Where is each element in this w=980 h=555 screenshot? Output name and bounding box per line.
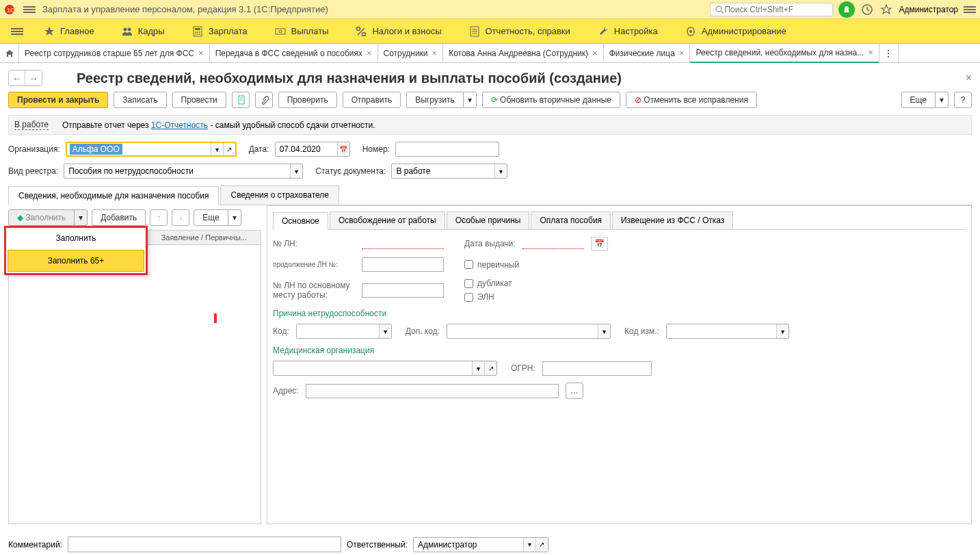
address-input[interactable] <box>306 384 559 398</box>
tab-overflow[interactable]: ⋮ <box>879 44 899 63</box>
save-button[interactable]: Записать <box>114 92 166 108</box>
tab-close[interactable]: × <box>198 48 204 58</box>
rtab-2[interactable]: Особые причины <box>447 211 530 229</box>
fill-65-option[interactable]: Заполнить 65+ <box>8 250 144 272</box>
export-dropdown[interactable]: ▾ <box>464 92 477 108</box>
section-menu[interactable] <box>11 28 23 35</box>
move-up-button[interactable]: ↑ <box>150 209 168 226</box>
status-link[interactable]: В работе <box>14 120 49 130</box>
eln-checkbox[interactable] <box>464 293 473 302</box>
org-label: Организация: <box>8 144 60 154</box>
primary-checkbox[interactable] <box>464 260 473 269</box>
favorite-icon[interactable] <box>879 3 893 16</box>
left-more-dropdown[interactable]: ▾ <box>228 209 241 226</box>
comment-input[interactable] <box>68 537 341 552</box>
dropdown-icon[interactable]: ▾ <box>494 164 507 178</box>
close-page[interactable]: × <box>966 72 972 84</box>
codechange-combo[interactable]: ▾ <box>666 324 789 339</box>
regtype-combo[interactable]: ▾ <box>64 164 303 179</box>
tab-close[interactable]: × <box>432 48 438 58</box>
tab-close[interactable]: × <box>868 47 873 57</box>
reporting-link[interactable]: 1С-Отчетность <box>151 120 208 130</box>
add-button[interactable]: Добавить <box>92 209 146 226</box>
more-dropdown[interactable]: ▾ <box>936 92 949 108</box>
menu-nalogi[interactable]: Налоги и взносы <box>342 19 455 44</box>
menu-zarplata[interactable]: Зарплата <box>178 19 261 44</box>
calendar-icon[interactable]: 📅 <box>337 142 349 156</box>
rtab-4[interactable]: Извещение из ФСС / Отказ <box>612 211 733 229</box>
org-combo[interactable]: Альфа ООО ▾ ↗ <box>66 142 237 157</box>
tab-0[interactable]: Реестр сотрудников старше 65 лет для ФСС… <box>19 44 210 63</box>
global-search[interactable] <box>710 3 833 16</box>
tab-5[interactable]: Реестр сведений, необходимых для назна..… <box>690 44 879 63</box>
notifications-icon[interactable] <box>838 1 855 18</box>
regtype-label: Вид реестра: <box>8 166 58 176</box>
cancel-fix-button[interactable]: ⊘ Отменить все исправления <box>626 92 757 108</box>
duplicate-label: дубликат <box>477 279 512 288</box>
rtab-3[interactable]: Оплата пособия <box>531 211 611 229</box>
move-down-button[interactable]: ↓ <box>172 209 189 226</box>
menu-kadry[interactable]: Кадры <box>108 19 178 44</box>
calendar-icon[interactable]: 📅 <box>591 237 608 250</box>
menu-admin[interactable]: Администрирование <box>672 19 800 44</box>
fill-option[interactable]: Заполнить <box>6 228 146 248</box>
star-icon <box>44 26 55 37</box>
attach-button[interactable] <box>255 92 273 108</box>
send-button[interactable]: Отправить <box>343 92 401 108</box>
check-button[interactable]: Проверить <box>278 92 337 108</box>
duplicate-checkbox[interactable] <box>464 279 473 288</box>
home-tab[interactable] <box>0 44 19 63</box>
address-more[interactable]: … <box>566 383 583 399</box>
refresh-button[interactable]: ⟳ Обновить вторичные данные <box>482 92 620 108</box>
help-button[interactable]: ? <box>954 92 972 108</box>
hamburger-menu[interactable] <box>23 6 36 13</box>
ln-input[interactable] <box>362 238 444 249</box>
user-name[interactable]: Администратор <box>899 5 958 14</box>
tab-close[interactable]: × <box>679 48 685 58</box>
mainplace-label: № ЛН по основному месту работы: <box>273 281 355 300</box>
tab-close[interactable]: × <box>367 48 372 58</box>
doc-icon-button[interactable] <box>232 92 250 108</box>
export-button[interactable]: Выгрузить <box>406 92 464 108</box>
docstatus-combo[interactable]: ▾ <box>391 164 507 179</box>
search-input[interactable] <box>724 5 827 14</box>
mainplace-input[interactable] <box>362 283 444 298</box>
svg-point-18 <box>362 32 366 36</box>
med-combo[interactable]: ▾↗ <box>273 361 497 376</box>
right-menu[interactable] <box>964 6 976 13</box>
history-icon[interactable] <box>860 3 874 16</box>
forward-button[interactable]: → <box>25 70 42 86</box>
responsible-combo[interactable]: ▾ ↗ <box>413 537 548 552</box>
dropdown-icon[interactable]: ▾ <box>211 143 223 155</box>
post-close-button[interactable]: Провести и закрыть <box>8 92 108 108</box>
rtab-1[interactable]: Освобождение от работы <box>330 211 445 229</box>
open-icon[interactable]: ↗ <box>223 143 235 155</box>
issue-date-input[interactable] <box>522 238 584 249</box>
back-button[interactable]: ← <box>9 70 25 86</box>
subtab-1[interactable]: Сведения о страхователе <box>220 185 339 205</box>
number-input[interactable] <box>395 142 499 157</box>
menu-otchet[interactable]: Отчетность, справки <box>455 19 584 44</box>
code-combo[interactable]: ▾ <box>296 324 392 339</box>
subtab-0[interactable]: Сведения, необходимые для назначения пос… <box>8 186 219 205</box>
tab-2[interactable]: Сотрудники× <box>378 44 444 63</box>
menu-nastroika[interactable]: Настройка <box>584 19 672 44</box>
menu-vyplaty[interactable]: Выплаты <box>261 19 343 44</box>
continuation-label: продолжение ЛН №: <box>273 261 355 268</box>
left-more-button[interactable]: Еще <box>194 209 228 226</box>
more-button[interactable]: Еще <box>901 92 936 108</box>
fill-button[interactable]: ◆ Заполнить <box>8 209 75 226</box>
tab-4[interactable]: Физические лица× <box>604 44 691 63</box>
tab-3[interactable]: Котова Анна Андреевна (Сотрудник)× <box>443 44 604 63</box>
ogrn-input[interactable] <box>542 361 652 376</box>
post-button[interactable]: Провести <box>172 92 226 108</box>
fill-dropdown-toggle[interactable]: ▾ <box>75 209 88 226</box>
dropdown-icon[interactable]: ▾ <box>290 164 302 178</box>
addcode-combo[interactable]: ▾ <box>447 324 611 339</box>
rtab-0[interactable]: Основное <box>273 212 328 230</box>
date-input[interactable]: 📅 <box>275 142 350 157</box>
tab-1[interactable]: Передача в ФСС сведений о пособиях× <box>210 44 378 63</box>
tab-close[interactable]: × <box>592 48 598 58</box>
menu-main[interactable]: Главное <box>30 19 108 44</box>
continuation-input[interactable] <box>362 257 444 272</box>
